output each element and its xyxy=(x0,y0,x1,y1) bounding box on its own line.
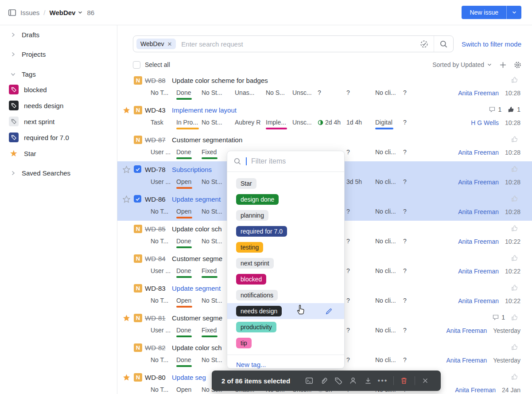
tag-option-Star[interactable]: Star xyxy=(227,176,344,191)
tag-filter-input[interactable]: Filter items xyxy=(227,151,344,172)
like-count[interactable]: 1 xyxy=(508,106,520,113)
sidebar-item-tag-blocked[interactable]: blocked xyxy=(0,83,117,96)
new-issue-button[interactable]: New issue xyxy=(462,6,506,19)
attach-button[interactable] xyxy=(316,377,331,385)
issue-row[interactable]: N WD-88 Update color scheme for badges N… xyxy=(117,72,532,102)
new-issue-dropdown-button[interactable] xyxy=(506,6,521,19)
like-count[interactable] xyxy=(511,343,520,351)
chip-remove-icon[interactable]: ✕ xyxy=(167,41,172,47)
updater-name[interactable]: Anita Freeman xyxy=(458,268,499,275)
issue-id[interactable]: WD-85 xyxy=(145,225,166,233)
updater-name[interactable]: Anita Freeman xyxy=(458,238,499,245)
sidebar-item-tag-needs-design[interactable]: needs design xyxy=(0,99,117,112)
spell-check-icon[interactable] xyxy=(415,36,434,52)
star-icon[interactable] xyxy=(123,106,131,116)
issue-title[interactable]: Update color sch xyxy=(172,225,222,233)
more-actions-button[interactable]: ••• xyxy=(375,377,390,385)
sidebar-item-tag-required-for-7-0[interactable]: required for 7.0 xyxy=(0,131,117,144)
switch-to-filter-mode-link[interactable]: Switch to filter mode xyxy=(462,40,521,48)
sidebar-item-drafts[interactable]: Drafts xyxy=(0,28,117,41)
tag-option-productivity[interactable]: productivity xyxy=(227,319,344,335)
tag-option-needs-design[interactable]: needs design xyxy=(227,303,344,319)
issue-title[interactable]: Update color scheme for badges xyxy=(172,77,268,84)
star-icon[interactable] xyxy=(123,314,131,324)
tag-option-notifications[interactable]: notifications xyxy=(227,287,344,303)
issue-row[interactable]: N WD-43 Implement new layout 1 1 TaskIn … xyxy=(117,102,532,132)
tag-option-blocked[interactable]: blocked xyxy=(227,271,344,287)
issue-fields[interactable]: TaskIn Pro...No St...Aubrey RImple...Uns… xyxy=(151,119,416,126)
sidebar-item-tag-next-sprint[interactable]: next sprint xyxy=(0,115,117,128)
updater-name[interactable]: Anita Freeman xyxy=(458,208,499,215)
issue-id[interactable]: WD-83 xyxy=(145,285,166,292)
issue-id[interactable]: WD-81 xyxy=(145,314,166,322)
like-count[interactable] xyxy=(511,76,520,83)
like-count[interactable] xyxy=(511,136,520,143)
updater-name[interactable]: Anita Freeman xyxy=(458,179,499,186)
command-dialog-button[interactable] xyxy=(302,377,316,385)
issue-checkbox[interactable] xyxy=(134,165,141,173)
search-chip-webdev[interactable]: WebDev ✕ xyxy=(136,39,176,49)
issue-id[interactable]: WD-87 xyxy=(145,136,166,144)
sort-dropdown[interactable]: Sorted by Updated xyxy=(432,61,492,68)
assignee-button[interactable] xyxy=(346,377,361,385)
updater-name[interactable]: Anita Freeman xyxy=(458,297,499,304)
like-count[interactable] xyxy=(511,165,520,172)
issue-id[interactable]: WD-82 xyxy=(145,344,166,351)
edit-tag-pencil-icon[interactable] xyxy=(325,308,333,315)
comment-count[interactable]: 1 xyxy=(492,314,505,321)
list-settings-button[interactable] xyxy=(514,61,521,69)
close-selection-button[interactable] xyxy=(418,377,433,384)
new-tag-link[interactable]: New tag... xyxy=(236,361,266,368)
like-count[interactable] xyxy=(511,284,520,291)
issue-title[interactable]: Customer segme xyxy=(172,314,222,322)
like-count[interactable] xyxy=(511,254,520,261)
breadcrumb-issues[interactable]: Issues xyxy=(20,9,39,16)
issue-id[interactable]: WD-78 xyxy=(145,166,166,173)
star-icon[interactable] xyxy=(123,166,131,175)
updater-name[interactable]: Anita Freeman xyxy=(458,149,499,156)
issue-fields[interactable]: No T...DoneNo St...Unas...No S...Unsc...… xyxy=(151,89,416,96)
issue-id[interactable]: WD-80 xyxy=(145,374,166,381)
add-column-button[interactable] xyxy=(499,61,507,69)
issue-title[interactable]: Subscriptions xyxy=(172,166,212,173)
issue-title[interactable]: Update color sch xyxy=(172,344,222,351)
like-count[interactable] xyxy=(511,195,520,202)
like-count[interactable] xyxy=(511,225,520,232)
tag-option-planning[interactable]: planning xyxy=(227,207,344,223)
issue-id[interactable]: WD-88 xyxy=(145,77,166,84)
sidebar-item-projects[interactable]: Projects xyxy=(0,47,117,61)
updater-name[interactable]: Anita Freeman xyxy=(447,357,487,364)
issue-id[interactable]: WD-84 xyxy=(145,255,166,262)
updater-name[interactable]: Anita Freeman xyxy=(458,90,499,97)
tag-option-testing[interactable]: testing xyxy=(227,239,344,255)
select-all-checkbox[interactable]: Select all xyxy=(133,61,170,69)
updater-name[interactable]: Anita Freeman xyxy=(455,386,496,394)
comment-count[interactable]: 1 xyxy=(489,106,501,113)
issue-title[interactable]: Update seg xyxy=(172,374,206,381)
checkbox[interactable] xyxy=(133,61,140,69)
sidebar-section-tags[interactable]: Tags xyxy=(0,67,117,81)
like-count[interactable] xyxy=(511,314,520,321)
export-button[interactable] xyxy=(361,377,375,385)
star-icon[interactable] xyxy=(123,374,131,383)
issue-title[interactable]: Customer segmentation xyxy=(172,136,242,144)
like-count[interactable] xyxy=(511,373,520,380)
sidebar-item-saved-searches[interactable]: Saved Searches xyxy=(0,166,117,179)
panel-toggle-icon[interactable] xyxy=(8,8,16,17)
tag-button[interactable] xyxy=(331,377,346,385)
tag-option-next-sprint[interactable]: next sprint xyxy=(227,255,344,271)
delete-button[interactable] xyxy=(397,377,412,385)
search-input[interactable]: WebDev ✕ Enter search request xyxy=(133,35,454,52)
sidebar-item-star[interactable]: ★ Star xyxy=(0,147,117,160)
updater-name[interactable]: H G Wells xyxy=(471,119,499,126)
issue-id[interactable]: WD-86 xyxy=(145,195,166,203)
breadcrumb-project[interactable]: WebDev xyxy=(50,9,83,16)
tag-option-required-for-7-0[interactable]: required for 7.0 xyxy=(227,223,344,239)
issue-id[interactable]: WD-43 xyxy=(145,106,166,114)
tag-option-design-done[interactable]: design done xyxy=(227,191,344,207)
issue-title[interactable]: Implement new layout xyxy=(172,106,237,114)
tag-option-tip[interactable]: tip xyxy=(227,335,344,351)
issue-title[interactable]: Update segment xyxy=(172,195,221,203)
updater-name[interactable]: Anita Freeman xyxy=(447,327,487,334)
issue-checkbox[interactable] xyxy=(134,195,141,203)
